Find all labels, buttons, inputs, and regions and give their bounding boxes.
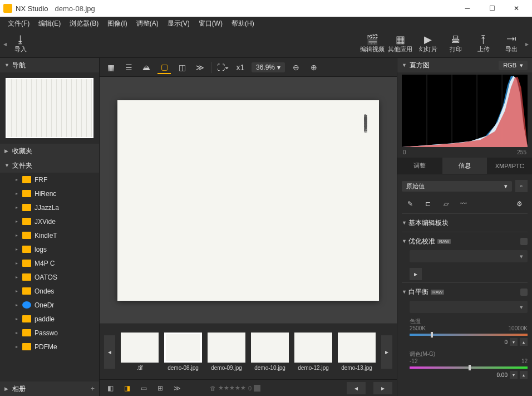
save-preset-button[interactable]: ▫ [515,180,528,192]
histogram-header[interactable]: ▼ 直方图 RGB▾ [397,58,532,72]
folder-item[interactable]: ▸KindleT [2,228,99,242]
next-image-button[interactable]: ▸ [373,382,392,394]
folders-label: 文件夹 [12,161,32,170]
folder-item[interactable]: ▸OneDr [2,298,99,312]
close-button[interactable]: ✕ [504,0,529,17]
thumbnail[interactable]: demo-09.jpg [208,333,245,371]
print-button[interactable]: 🖶打印 [442,31,470,57]
prev-image-button[interactable]: ◂ [347,382,366,394]
maximize-button[interactable]: ☐ [480,0,504,17]
grid-button[interactable]: ⊞ [154,382,166,394]
zoom-out-button[interactable]: ⊖ [289,61,303,74]
image-viewer[interactable]: 合作协议 甲方 乙方 依据中华人民共和国 进出口 经营资格 合作期限 方达成如下… [100,77,397,324]
tab-info[interactable]: 信息 [442,158,487,174]
folder-item[interactable]: ▸JXVide [2,214,99,228]
folder-item[interactable]: ▸HiRenc [2,187,99,201]
optimize-section-header[interactable]: ▼优化校准RAW [402,234,528,248]
straighten-icon[interactable]: ▱ [440,198,452,210]
right-panel-toggle[interactable]: ▸ [525,39,529,49]
wb-checkbox[interactable] [520,289,528,296]
zoom-in-button[interactable]: ⊕ [307,61,321,74]
fit-button[interactable]: ⛶▾ [216,61,229,74]
more-views-button[interactable]: ≫ [193,61,206,74]
folder-item[interactable]: ▸OATOS [2,270,99,284]
menu-edit[interactable]: 编辑(E) [34,19,65,28]
menu-help[interactable]: 帮助(H) [227,19,259,28]
thumbnail[interactable]: demo-10.jpg [251,333,289,371]
export-button[interactable]: ⭲导出 [497,31,525,57]
wb-select[interactable]: ▾ [410,301,528,313]
opt-play-button[interactable]: ▸ [410,268,422,280]
favorites-header[interactable]: ▶收藏夹 [0,144,99,158]
more-button[interactable]: ≫ [171,382,183,394]
folder-item[interactable]: ▸paddle [2,312,99,326]
other-apps-button[interactable]: ▦其他应用 [386,31,414,57]
frame-button[interactable]: ▭ [137,382,150,394]
crop-icon[interactable]: ⊏ [422,198,434,210]
eyedropper-icon[interactable]: ✎ [404,198,416,210]
single-view-button[interactable]: ▢ [157,61,171,74]
minimize-button[interactable]: ─ [455,0,480,17]
stack-button[interactable]: ◧ [104,382,116,394]
filmstrip-next[interactable]: ▸ [381,335,392,369]
label-color[interactable] [254,385,260,392]
upload-icon: ⭱ [479,34,489,45]
import-button[interactable]: ⭳ 导入 [7,31,35,57]
stack-active-button[interactable]: ◨ [121,382,133,394]
grid-view-button[interactable]: ▦ [104,61,117,74]
zoom-dropdown[interactable]: 36.9%▾ [252,62,285,72]
albums-header[interactable]: ▶相册+ [0,382,99,396]
folder-item[interactable]: ▸JJazzLa [2,201,99,214]
preset-select[interactable]: 原始值▾ [402,181,512,192]
menu-adjust[interactable]: 调整(A) [132,19,163,28]
actual-size-button[interactable]: x1 [234,61,247,74]
folder-item[interactable]: ▸M4P C [2,256,99,270]
folder-item[interactable]: ▸Ondes [2,284,99,298]
navigator-thumbnail[interactable] [0,72,99,144]
channel-select[interactable]: RGB▾ [499,61,528,70]
folder-item[interactable]: ▸Passwo [2,326,99,340]
upload-button[interactable]: ⭱上传 [470,31,497,57]
temp-down[interactable]: ▾ [510,338,518,346]
menu-view[interactable]: 显示(V) [163,19,194,28]
menu-window[interactable]: 窗口(W) [194,19,227,28]
temp-up[interactable]: ▴ [520,338,528,346]
menu-image[interactable]: 图像(I) [103,19,131,28]
compare-view-button[interactable]: ◫ [175,61,189,74]
folder-item[interactable]: ▸PDFMe [2,340,99,354]
opt-checkbox[interactable] [520,238,528,245]
map-view-button[interactable]: ⛰ [140,61,153,74]
main-toolbar: ◂ ⭳ 导入 🎬编辑视频 ▦其他应用 ▶幻灯片 🖶打印 ⭱上传 ⭲导出 ▸ [0,30,532,58]
list-view-button[interactable]: ☰ [122,61,135,74]
folder-label: FRF [35,176,47,184]
temp-slider[interactable]: 色温 2500K10000K 0▾▴ [410,315,528,348]
folder-item[interactable]: ▸FRF [2,173,99,187]
thumbnail[interactable]: demo-08.jpg [164,333,202,371]
menu-browser[interactable]: 浏览器(B) [65,19,103,28]
folders-header[interactable]: ▼文件夹 [0,158,99,173]
thumbnail[interactable]: demo-13.jpg [338,333,376,371]
center-panel: ▦ ☰ ⛰ ▢ ◫ ≫ ⛶▾ x1 36.9%▾ ⊖ ⊕ 合作协议 甲方 乙方 … [100,58,397,396]
gear-icon[interactable]: ⚙ [513,198,525,210]
tab-adjust[interactable]: 调整 [397,158,442,174]
slideshow-button[interactable]: ▶幻灯片 [414,31,442,57]
thumbnail[interactable]: .tif [121,333,159,371]
folder-item[interactable]: ▸logs [2,242,99,256]
rating-control[interactable]: 🗑 ★★★★★ 0 [210,384,260,392]
tint-down[interactable]: ▾ [510,371,518,379]
tint-slider[interactable]: 调色(M-G) -1212 0.00▾▴ [410,348,528,381]
curve-icon[interactable]: 〰 [457,198,470,210]
menu-file[interactable]: 文件(F) [3,19,34,28]
opt-select[interactable]: ▾ [410,250,528,262]
thumbnail[interactable]: demo-12.jpg [294,333,332,371]
folder-label: HiRenc [35,190,56,198]
tint-up[interactable]: ▴ [520,371,528,379]
folder-icon [22,190,31,197]
filmstrip-prev[interactable]: ◂ [104,335,115,369]
tab-xmp[interactable]: XMP/IPTC [487,158,532,174]
menu-bar: 文件(F) 编辑(E) 浏览器(B) 图像(I) 调整(A) 显示(V) 窗口(… [0,17,532,30]
edit-video-button[interactable]: 🎬编辑视频 [358,31,386,57]
nav-panel-header[interactable]: ▼导航 [0,58,99,72]
whitebalance-section-header[interactable]: ▼白平衡RAW [402,285,528,299]
basic-section-header[interactable]: ▼基本编辑板块 [402,216,528,229]
